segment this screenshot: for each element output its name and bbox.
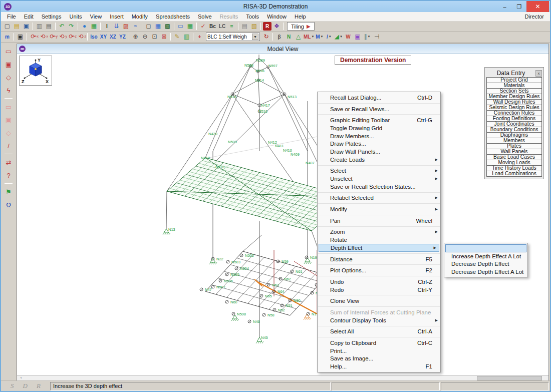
menu-item-recall-last-dialog[interactable]: Recall Last Dialog...Ctrl-D [318,94,440,102]
rotate-plus-x-icon[interactable]: ⟳+x [29,33,38,41]
menu-item-save-or-recall-views[interactable]: Save or Recall Views... [318,105,440,113]
risa-logo-icon[interactable]: R [263,22,271,31]
menu-item-copy-to-clipboard[interactable]: Copy to ClipboardCtrl-C [318,339,440,347]
menu-item-create-loads[interactable]: Create Loads▶ [318,156,440,164]
select-box-icon[interactable]: ◻ [144,22,153,31]
menu-edit[interactable]: Edit [20,12,38,21]
menu-item-print[interactable]: Print... [318,347,440,355]
menu-item-toggle-drawing-grid[interactable]: Toggle Drawing Grid [318,124,440,132]
menu-item-save-as-image[interactable]: Save as Image... [318,355,440,363]
status-letter-r[interactable]: R [37,382,41,390]
hatch-icon[interactable]: ∥▼ [363,33,371,41]
menu-results[interactable]: Results [216,12,242,21]
minimize-button[interactable]: – [497,1,512,12]
blc-dropdown-arrow-icon[interactable]: ▼ [252,34,258,40]
menu-item-select-all[interactable]: Select AllCtrl-A [318,328,440,336]
redo-icon[interactable]: ↷ [67,22,76,31]
moment-diagram-icon-dropdown-arrow[interactable]: ▼ [321,33,324,41]
menu-item-undo[interactable]: UndoCtrl-Z [318,278,440,286]
save-icon[interactable]: ▣ [22,22,31,31]
axes-icon[interactable]: + [195,33,204,41]
submenu-item-decrease-depth-effect-a-lot[interactable]: Decrease Depth Effect A Lot [444,268,527,276]
member-labels-icon-dropdown-arrow[interactable]: ▼ [311,33,314,41]
zoom-in-icon[interactable]: ⊕ [131,33,140,41]
status-letter-d[interactable]: D [23,382,28,390]
tiling-button[interactable]: Tiling▶ [287,22,315,31]
deflection-icon[interactable]: △ [294,33,303,41]
rotate-minus-x-icon[interactable]: ⟲-x [39,33,47,41]
rendered-view-icon[interactable]: ▩ [163,22,172,31]
close-button[interactable]: ✕ [526,1,549,12]
rotate-plus-z-icon[interactable]: ⟳+z [67,33,76,41]
xz-view-button[interactable]: XZ [109,33,117,41]
iso-view-button[interactable]: Iso [90,33,98,41]
blc-dropdown[interactable]: BLC 1:Self Weigh▼ [206,33,260,41]
menu-item-sum-of-internal-forces-at-cutting-plane[interactable]: Sum of Internal Forces at Cutting Plane [318,308,440,316]
menu-item-contour-display-tools[interactable]: Contour Display Tools▶ [318,316,440,324]
line-style-icon[interactable]: /▼ [325,33,333,41]
modal-icon[interactable]: ≈ [131,22,140,31]
new-file-icon[interactable]: ▢ [3,22,12,31]
horizontal-scrollbar[interactable]: ‹ [17,375,548,380]
maximize-button[interactable]: ❐ [512,1,526,12]
menu-tools[interactable]: Tools [242,12,263,21]
menu-help[interactable]: Help [291,12,310,21]
submenu-item-increase-depth-effect[interactable] [445,244,526,252]
rotate-plus-y-icon[interactable]: ⟳+y [48,33,57,41]
menu-item-redo[interactable]: RedoCtrl-Y [318,286,440,294]
menu-item-depth-effect[interactable]: Depth Effect▶ [319,244,439,252]
model-canvas[interactable]: N589N588N597N596N514N515N513N417N516N420… [17,54,548,375]
yz-view-button[interactable]: YZ [118,33,127,41]
bc-icon[interactable]: Bc [208,22,217,31]
metric-units-icon[interactable]: m [3,33,12,41]
print-icon[interactable]: ▤ [45,22,53,31]
menu-item-rotate[interactable]: Rotate [318,236,440,244]
submenu-item-increase-depth-effect-a-lot[interactable]: Increase Depth Effect A Lot [444,252,527,260]
submenu-item-decrease-depth-effect[interactable]: Decrease Depth Effect [444,260,527,268]
line-style-icon-dropdown-arrow[interactable]: ▼ [329,33,332,41]
criteria-select-icon[interactable]: ⇄ [4,157,14,167]
render-mode-icon[interactable]: β [275,33,284,41]
distributed-load-icon[interactable]: ◢▼ [334,33,343,41]
box-select-plates-icon[interactable]: ▣ [4,59,14,69]
menu-director[interactable]: Director [520,12,548,21]
menu-item-draw-plates[interactable]: Draw Plates... [318,140,440,148]
data-entry-button-load-combinations[interactable]: Load Combinations [486,171,542,177]
lc-icon[interactable]: LC [218,22,226,31]
edit-pencil-icon[interactable]: ✎ [173,33,181,41]
grid-icon[interactable]: ▦ [154,22,162,31]
invert-selection-icon[interactable]: ? [4,170,14,180]
min-max-icon[interactable]: ▦ [90,22,98,31]
menu-solve[interactable]: Solve [194,12,216,21]
menu-item-distance[interactable]: DistanceF5 [318,255,440,263]
save-selection-icon[interactable]: ⚑ [4,187,14,197]
menu-file[interactable]: File [3,12,20,21]
menu-item-draw-members[interactable]: Draw Members... [318,132,440,140]
menu-units[interactable]: Units [65,12,86,21]
zoom-extents-icon[interactable]: ⊠ [160,33,168,41]
menu-insert[interactable]: Insert [106,12,128,21]
member-labels-icon[interactable]: ML▼ [304,33,314,41]
spreadsheet-icon[interactable]: ▦ [186,22,194,31]
menu-item-help[interactable]: Help...F1 [318,362,440,370]
menu-item-save-or-recall-selection-states[interactable]: Save or Recall Selection States... [318,183,440,191]
plot-icon[interactable]: ▨ [122,22,130,31]
global-parameters-icon[interactable]: ● [80,22,89,31]
section-ibeam-icon[interactable]: I [103,22,111,31]
scrollbar-thumb[interactable] [477,376,542,380]
lock-unselected-icon[interactable]: Ω [4,200,14,210]
menu-window[interactable]: Window [263,12,291,21]
menu-item-graphic-editing-toolbar[interactable]: Graphic Editing ToolbarCtrl-G [318,116,440,124]
menu-item-select[interactable]: Select▶ [318,167,440,175]
help-book-icon[interactable]: ❖ [272,22,281,31]
menu-spreadsheets[interactable]: Spreadsheets [152,12,194,21]
menu-item-zoom[interactable]: Zoom▶ [318,228,440,236]
equals-icon[interactable]: = [227,22,236,31]
box-select-panels-icon[interactable]: ◇ [4,72,14,82]
menu-item-plot-options[interactable]: Plot Options...F2 [318,266,440,274]
box-select-members-icon[interactable]: ▭ [4,46,14,56]
box-unselect-members-icon[interactable]: ▭ [4,102,14,112]
menu-item-clone-view[interactable]: Clone View [318,297,440,305]
scroll-left-arrow-icon[interactable]: ‹ [18,375,24,380]
box-unselect-panels-icon[interactable]: ◇ [4,128,14,138]
